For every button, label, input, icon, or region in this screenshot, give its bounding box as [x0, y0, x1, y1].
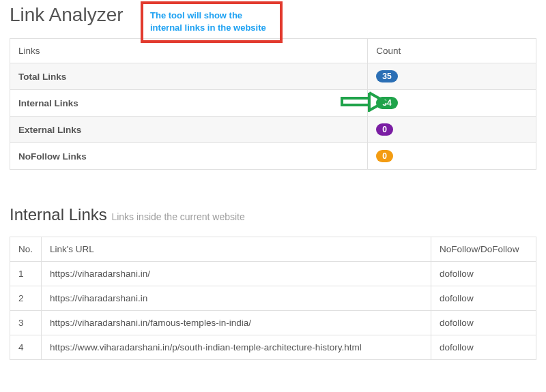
row-no: 1 [10, 262, 42, 286]
col-no-header: No. [10, 237, 42, 262]
row-follow: dofollow [431, 311, 536, 335]
internal-links-table: No. Link's URL NoFollow/DoFollow 1 https… [10, 237, 536, 360]
summary-count-cell: 0 [368, 143, 536, 170]
annotation-callout: The tool will show the internal links in… [141, 1, 283, 43]
summary-label: Internal Links [10, 90, 368, 117]
col-url-header: Link's URL [42, 237, 431, 262]
row-no: 4 [10, 335, 42, 360]
row-no: 2 [10, 286, 42, 311]
count-badge: 0 [376, 150, 393, 162]
link-summary-table: Links Count Total Links 35 Internal Link… [10, 38, 536, 170]
table-row: NoFollow Links 0 [10, 143, 536, 170]
count-badge: 35 [376, 70, 397, 82]
row-follow: dofollow [431, 286, 536, 311]
table-row: 2 https://viharadarshani.in dofollow [10, 286, 536, 311]
summary-count-cell: 35 [368, 63, 536, 90]
section-subtitle-text: Links inside the current website [111, 211, 244, 222]
row-url: https://viharadarshani.in/ [42, 262, 431, 286]
summary-label: External Links [10, 117, 368, 143]
row-url: https://www.viharadarshani.in/p/south-in… [42, 335, 431, 360]
table-row: External Links 0 [10, 117, 536, 143]
internal-links-title: Internal Links Links inside the current … [10, 205, 536, 224]
row-url: https://viharadarshani.in/famous-temples… [42, 311, 431, 335]
col-count-header: Count [368, 39, 536, 63]
row-follow: dofollow [431, 262, 536, 286]
row-no: 3 [10, 311, 42, 335]
count-badge: 34 [376, 97, 397, 109]
col-follow-header: NoFollow/DoFollow [431, 237, 536, 262]
row-url: https://viharadarshani.in [42, 286, 431, 311]
table-row: 3 https://viharadarshani.in/famous-templ… [10, 311, 536, 335]
count-badge: 0 [376, 123, 393, 136]
summary-label: NoFollow Links [10, 143, 368, 170]
summary-label: Total Links [10, 63, 368, 90]
table-row: Total Links 35 [10, 63, 536, 90]
table-row: 4 https://www.viharadarshani.in/p/south-… [10, 335, 536, 360]
section-title-text: Internal Links [10, 205, 107, 224]
table-row: 1 https://viharadarshani.in/ dofollow [10, 262, 536, 286]
summary-count-cell: 34 [368, 90, 536, 117]
summary-count-cell: 0 [368, 117, 536, 143]
row-follow: dofollow [431, 335, 536, 360]
table-row: Internal Links 34 [10, 90, 536, 117]
